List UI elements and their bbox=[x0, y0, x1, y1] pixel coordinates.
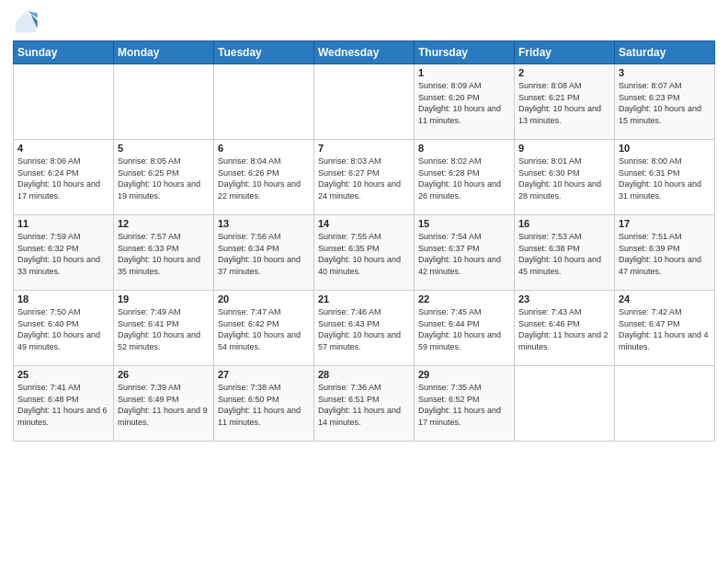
day-cell: 17Sunrise: 7:51 AM Sunset: 6:39 PM Dayli… bbox=[615, 215, 715, 291]
day-number: 20 bbox=[218, 293, 310, 304]
day-info: Sunrise: 8:01 AM Sunset: 6:30 PM Dayligh… bbox=[518, 155, 610, 201]
day-cell bbox=[114, 64, 214, 140]
day-number: 24 bbox=[619, 293, 711, 304]
day-info: Sunrise: 8:03 AM Sunset: 6:27 PM Dayligh… bbox=[318, 155, 410, 201]
day-number: 26 bbox=[118, 369, 210, 380]
day-info: Sunrise: 7:59 AM Sunset: 6:32 PM Dayligh… bbox=[17, 231, 109, 277]
day-info: Sunrise: 8:00 AM Sunset: 6:31 PM Dayligh… bbox=[619, 155, 711, 201]
day-number: 23 bbox=[518, 293, 610, 304]
day-number: 11 bbox=[17, 218, 109, 229]
week-row-1: 4Sunrise: 8:06 AM Sunset: 6:24 PM Daylig… bbox=[14, 140, 715, 215]
day-cell bbox=[214, 64, 314, 140]
col-thursday: Thursday bbox=[415, 41, 515, 64]
day-number: 3 bbox=[619, 67, 711, 78]
day-number: 8 bbox=[418, 143, 510, 154]
day-info: Sunrise: 8:02 AM Sunset: 6:28 PM Dayligh… bbox=[418, 155, 510, 201]
day-info: Sunrise: 7:50 AM Sunset: 6:40 PM Dayligh… bbox=[17, 306, 109, 352]
day-cell: 7Sunrise: 8:03 AM Sunset: 6:27 PM Daylig… bbox=[314, 140, 415, 215]
day-info: Sunrise: 8:07 AM Sunset: 6:23 PM Dayligh… bbox=[619, 80, 711, 126]
day-info: Sunrise: 7:57 AM Sunset: 6:33 PM Dayligh… bbox=[118, 231, 210, 277]
day-cell: 19Sunrise: 7:49 AM Sunset: 6:41 PM Dayli… bbox=[114, 291, 214, 366]
day-cell: 18Sunrise: 7:50 AM Sunset: 6:40 PM Dayli… bbox=[14, 291, 114, 366]
day-info: Sunrise: 7:39 AM Sunset: 6:49 PM Dayligh… bbox=[118, 382, 210, 428]
day-number: 16 bbox=[518, 218, 610, 229]
day-cell: 28Sunrise: 7:36 AM Sunset: 6:51 PM Dayli… bbox=[314, 366, 415, 442]
logo-icon bbox=[13, 9, 39, 35]
day-cell: 29Sunrise: 7:35 AM Sunset: 6:52 PM Dayli… bbox=[415, 366, 515, 442]
day-number: 28 bbox=[318, 369, 410, 380]
day-cell: 16Sunrise: 7:53 AM Sunset: 6:38 PM Dayli… bbox=[515, 215, 615, 291]
day-number: 18 bbox=[17, 293, 109, 304]
day-cell: 20Sunrise: 7:47 AM Sunset: 6:42 PM Dayli… bbox=[214, 291, 314, 366]
day-cell: 12Sunrise: 7:57 AM Sunset: 6:33 PM Dayli… bbox=[114, 215, 214, 291]
day-info: Sunrise: 7:55 AM Sunset: 6:35 PM Dayligh… bbox=[318, 231, 410, 277]
col-sunday: Sunday bbox=[14, 41, 114, 64]
day-number: 29 bbox=[418, 369, 510, 380]
day-number: 2 bbox=[518, 67, 610, 78]
day-info: Sunrise: 7:38 AM Sunset: 6:50 PM Dayligh… bbox=[218, 382, 310, 428]
day-cell bbox=[14, 64, 114, 140]
page: Sunday Monday Tuesday Wednesday Thursday… bbox=[0, 0, 728, 563]
day-cell: 14Sunrise: 7:55 AM Sunset: 6:35 PM Dayli… bbox=[314, 215, 415, 291]
day-cell: 11Sunrise: 7:59 AM Sunset: 6:32 PM Dayli… bbox=[14, 215, 114, 291]
day-info: Sunrise: 8:04 AM Sunset: 6:26 PM Dayligh… bbox=[218, 155, 310, 201]
col-saturday: Saturday bbox=[615, 41, 715, 64]
week-row-4: 25Sunrise: 7:41 AM Sunset: 6:48 PM Dayli… bbox=[14, 366, 715, 442]
day-info: Sunrise: 7:54 AM Sunset: 6:37 PM Dayligh… bbox=[418, 231, 510, 277]
day-info: Sunrise: 7:56 AM Sunset: 6:34 PM Dayligh… bbox=[218, 231, 310, 277]
day-info: Sunrise: 7:51 AM Sunset: 6:39 PM Dayligh… bbox=[619, 231, 711, 277]
day-cell bbox=[515, 366, 615, 442]
day-info: Sunrise: 8:06 AM Sunset: 6:24 PM Dayligh… bbox=[17, 155, 109, 201]
day-cell: 5Sunrise: 8:05 AM Sunset: 6:25 PM Daylig… bbox=[114, 140, 214, 215]
day-info: Sunrise: 8:09 AM Sunset: 6:20 PM Dayligh… bbox=[418, 80, 510, 126]
day-number: 10 bbox=[619, 143, 711, 154]
day-number: 5 bbox=[118, 143, 210, 154]
day-cell: 24Sunrise: 7:42 AM Sunset: 6:47 PM Dayli… bbox=[615, 291, 715, 366]
day-cell: 27Sunrise: 7:38 AM Sunset: 6:50 PM Dayli… bbox=[214, 366, 314, 442]
day-number: 14 bbox=[318, 218, 410, 229]
header bbox=[13, 9, 715, 35]
day-number: 22 bbox=[418, 293, 510, 304]
week-row-2: 11Sunrise: 7:59 AM Sunset: 6:32 PM Dayli… bbox=[14, 215, 715, 291]
calendar-table: Sunday Monday Tuesday Wednesday Thursday… bbox=[13, 40, 715, 442]
day-info: Sunrise: 7:53 AM Sunset: 6:38 PM Dayligh… bbox=[518, 231, 610, 277]
day-cell: 2Sunrise: 8:08 AM Sunset: 6:21 PM Daylig… bbox=[515, 64, 615, 140]
day-cell: 22Sunrise: 7:45 AM Sunset: 6:44 PM Dayli… bbox=[415, 291, 515, 366]
day-info: Sunrise: 8:08 AM Sunset: 6:21 PM Dayligh… bbox=[518, 80, 610, 126]
day-cell: 4Sunrise: 8:06 AM Sunset: 6:24 PM Daylig… bbox=[14, 140, 114, 215]
col-friday: Friday bbox=[515, 41, 615, 64]
col-wednesday: Wednesday bbox=[314, 41, 415, 64]
day-number: 7 bbox=[318, 143, 410, 154]
header-row: Sunday Monday Tuesday Wednesday Thursday… bbox=[14, 41, 715, 64]
day-cell: 3Sunrise: 8:07 AM Sunset: 6:23 PM Daylig… bbox=[615, 64, 715, 140]
col-tuesday: Tuesday bbox=[214, 41, 314, 64]
day-info: Sunrise: 7:49 AM Sunset: 6:41 PM Dayligh… bbox=[118, 306, 210, 352]
day-number: 13 bbox=[218, 218, 310, 229]
day-cell: 1Sunrise: 8:09 AM Sunset: 6:20 PM Daylig… bbox=[415, 64, 515, 140]
logo bbox=[13, 9, 42, 35]
day-cell: 13Sunrise: 7:56 AM Sunset: 6:34 PM Dayli… bbox=[214, 215, 314, 291]
day-number: 21 bbox=[318, 293, 410, 304]
day-number: 6 bbox=[218, 143, 310, 154]
day-number: 9 bbox=[518, 143, 610, 154]
day-info: Sunrise: 7:46 AM Sunset: 6:43 PM Dayligh… bbox=[318, 306, 410, 352]
day-number: 15 bbox=[418, 218, 510, 229]
col-monday: Monday bbox=[114, 41, 214, 64]
day-number: 12 bbox=[118, 218, 210, 229]
day-info: Sunrise: 7:42 AM Sunset: 6:47 PM Dayligh… bbox=[619, 306, 711, 352]
day-cell: 6Sunrise: 8:04 AM Sunset: 6:26 PM Daylig… bbox=[214, 140, 314, 215]
day-number: 19 bbox=[118, 293, 210, 304]
day-cell: 10Sunrise: 8:00 AM Sunset: 6:31 PM Dayli… bbox=[615, 140, 715, 215]
day-info: Sunrise: 8:05 AM Sunset: 6:25 PM Dayligh… bbox=[118, 155, 210, 201]
day-cell: 9Sunrise: 8:01 AM Sunset: 6:30 PM Daylig… bbox=[515, 140, 615, 215]
day-cell: 15Sunrise: 7:54 AM Sunset: 6:37 PM Dayli… bbox=[415, 215, 515, 291]
day-cell bbox=[615, 366, 715, 442]
day-cell: 21Sunrise: 7:46 AM Sunset: 6:43 PM Dayli… bbox=[314, 291, 415, 366]
day-info: Sunrise: 7:41 AM Sunset: 6:48 PM Dayligh… bbox=[17, 382, 109, 428]
day-info: Sunrise: 7:43 AM Sunset: 6:46 PM Dayligh… bbox=[518, 306, 610, 352]
day-number: 4 bbox=[17, 143, 109, 154]
day-cell: 26Sunrise: 7:39 AM Sunset: 6:49 PM Dayli… bbox=[114, 366, 214, 442]
day-cell: 8Sunrise: 8:02 AM Sunset: 6:28 PM Daylig… bbox=[415, 140, 515, 215]
day-number: 27 bbox=[218, 369, 310, 380]
day-cell: 23Sunrise: 7:43 AM Sunset: 6:46 PM Dayli… bbox=[515, 291, 615, 366]
